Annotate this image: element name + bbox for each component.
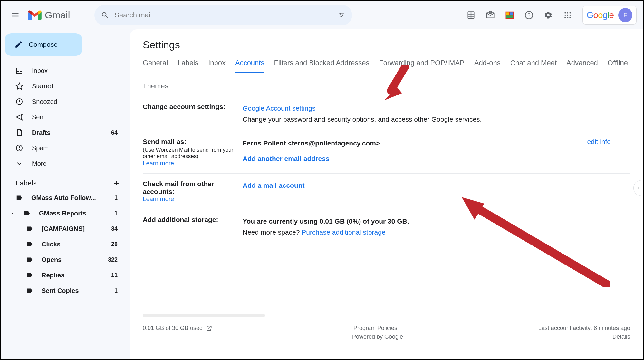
storage-usage: You are currently using 0.01 GB (0%) of … bbox=[243, 216, 630, 227]
open-in-new-icon[interactable] bbox=[206, 325, 212, 332]
search-options-icon[interactable] bbox=[337, 11, 346, 19]
label-sent-copies[interactable]: Sent Copies 1 bbox=[5, 283, 123, 298]
svg-point-12 bbox=[564, 12, 566, 13]
tab-addons[interactable]: Add-ons bbox=[474, 59, 501, 73]
tab-offline[interactable]: Offline bbox=[608, 59, 628, 73]
nav-snoozed[interactable]: Snoozed bbox=[5, 94, 123, 109]
send-icon bbox=[15, 113, 24, 121]
label-text: GMass Auto Follow... bbox=[31, 194, 96, 202]
tab-themes[interactable]: Themes bbox=[143, 82, 168, 95]
section-title: Check mail from other accounts: bbox=[143, 180, 239, 195]
labels-title: Labels bbox=[16, 179, 37, 187]
caret-down-icon[interactable] bbox=[9, 211, 15, 215]
addon-mail-icon[interactable] bbox=[483, 7, 498, 23]
compose-label: Compose bbox=[29, 41, 58, 48]
gmail-icon bbox=[28, 10, 42, 20]
google-account-settings-link[interactable]: Google Account settings bbox=[243, 105, 315, 112]
program-policies-link[interactable]: Program Policies bbox=[353, 325, 397, 331]
details-link[interactable]: Details bbox=[612, 334, 630, 340]
tab-filters[interactable]: Filters and Blocked Addresses bbox=[274, 59, 369, 73]
settings-tabs: General Labels Inbox Accounts Filters an… bbox=[143, 59, 630, 95]
nav-label: Inbox bbox=[32, 67, 48, 75]
gmail-logo[interactable]: Gmail bbox=[28, 10, 70, 21]
nav-starred[interactable]: Starred bbox=[5, 78, 123, 94]
section-title: Send mail as: bbox=[143, 138, 239, 145]
addon-sheets-icon[interactable] bbox=[463, 7, 479, 23]
main-menu-button[interactable] bbox=[7, 7, 23, 23]
tab-labels[interactable]: Labels bbox=[178, 59, 198, 73]
header-actions: ? Google F bbox=[463, 6, 637, 25]
label-tag-icon bbox=[25, 272, 34, 279]
svg-point-15 bbox=[564, 15, 566, 16]
label-replies[interactable]: Replies 11 bbox=[5, 267, 123, 283]
learn-more-link[interactable]: Learn more bbox=[143, 160, 174, 166]
powered-by: Powered by Google bbox=[352, 334, 403, 340]
account-chip[interactable]: Google F bbox=[582, 6, 637, 25]
help-button[interactable]: ? bbox=[521, 7, 537, 23]
label-gmass-autofollow[interactable]: GMass Auto Follow... 1 bbox=[5, 190, 123, 205]
svg-point-18 bbox=[564, 17, 566, 18]
label-campaigns[interactable]: [CAMPAIGNS] 34 bbox=[5, 221, 123, 236]
file-icon bbox=[15, 129, 24, 136]
label-opens[interactable]: Opens 322 bbox=[5, 252, 123, 267]
nav-sent[interactable]: Sent bbox=[5, 109, 123, 125]
section-title: Add additional storage: bbox=[143, 216, 239, 224]
nav-drafts[interactable]: Drafts 64 bbox=[5, 125, 123, 140]
nav-inbox[interactable]: Inbox bbox=[5, 63, 123, 78]
compose-button[interactable]: Compose bbox=[5, 33, 82, 56]
svg-point-2 bbox=[341, 16, 342, 17]
settings-gear-button[interactable] bbox=[541, 7, 556, 23]
settings-panel: Settings General Labels Inbox Accounts F… bbox=[130, 29, 643, 359]
footer: 0.01 GB of 30 GB used Program Policies L… bbox=[143, 323, 630, 340]
label-gmass-reports[interactable]: GMass Reports 1 bbox=[5, 205, 123, 221]
user-avatar[interactable]: F bbox=[618, 8, 632, 22]
svg-point-19 bbox=[567, 17, 568, 18]
label-count: 1 bbox=[114, 195, 118, 201]
tab-accounts[interactable]: Accounts bbox=[235, 59, 264, 73]
tab-general[interactable]: General bbox=[143, 59, 168, 73]
add-mail-account-link[interactable]: Add a mail account bbox=[243, 182, 305, 189]
tab-inbox[interactable]: Inbox bbox=[208, 59, 226, 73]
sidebar: Compose Inbox Starred Snoozed Sent Draft… bbox=[1, 29, 130, 359]
label-count: 1 bbox=[114, 287, 118, 294]
label-text: Replies bbox=[42, 272, 64, 279]
tab-chat[interactable]: Chat and Meet bbox=[510, 59, 557, 73]
apps-grid-button[interactable] bbox=[560, 7, 575, 23]
label-count: 11 bbox=[111, 272, 118, 279]
clock-icon bbox=[15, 98, 24, 105]
chevron-left-icon bbox=[636, 186, 641, 190]
horizontal-scrollbar[interactable] bbox=[143, 314, 265, 317]
label-count: 34 bbox=[111, 225, 118, 232]
nav-more[interactable]: More bbox=[5, 156, 123, 171]
tab-advanced[interactable]: Advanced bbox=[566, 59, 598, 73]
learn-more-link[interactable]: Learn more bbox=[143, 195, 174, 202]
label-text: [CAMPAIGNS] bbox=[42, 225, 85, 233]
add-label-button[interactable] bbox=[112, 179, 120, 187]
label-tag-icon bbox=[25, 256, 34, 263]
search-input[interactable] bbox=[114, 11, 332, 19]
tab-forwarding[interactable]: Forwarding and POP/IMAP bbox=[379, 59, 464, 73]
search-bar[interactable] bbox=[94, 5, 352, 25]
nav-label: Drafts bbox=[32, 129, 51, 136]
section-send-mail-as: Send mail as: (Use Wordzen Mail to send … bbox=[143, 131, 630, 174]
nav-spam[interactable]: Spam bbox=[5, 140, 123, 156]
nav-label: Snoozed bbox=[32, 98, 57, 105]
pencil-icon bbox=[14, 40, 23, 49]
label-tag-icon bbox=[25, 287, 34, 294]
avatar-letter: F bbox=[623, 12, 627, 19]
labels-header: Labels bbox=[5, 171, 130, 190]
nav-label: Starred bbox=[32, 83, 53, 90]
nav-count: 64 bbox=[111, 129, 118, 136]
nav-label: More bbox=[32, 160, 47, 167]
svg-point-13 bbox=[567, 12, 568, 13]
addon-gmass-icon[interactable] bbox=[502, 7, 517, 23]
hamburger-icon bbox=[11, 11, 20, 20]
add-another-email-link[interactable]: Add another email address bbox=[243, 155, 330, 162]
search-icon bbox=[101, 11, 109, 19]
purchase-storage-link[interactable]: Purchase additional storage bbox=[302, 228, 385, 236]
edit-info-link[interactable]: edit info bbox=[587, 138, 611, 145]
inbox-icon bbox=[15, 67, 24, 75]
label-tag-icon bbox=[25, 241, 34, 248]
label-clicks[interactable]: Clicks 28 bbox=[5, 236, 123, 252]
svg-rect-7 bbox=[506, 12, 509, 15]
